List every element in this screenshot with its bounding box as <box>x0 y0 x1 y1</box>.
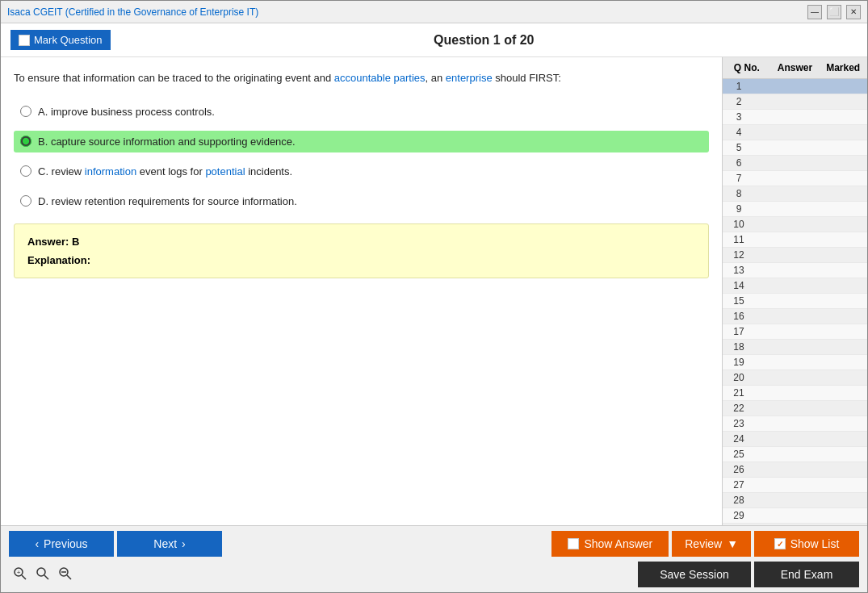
side-panel-row[interactable]: 11 <box>723 232 867 248</box>
side-panel-row[interactable]: 28 <box>723 493 867 508</box>
side-panel-row[interactable]: 27 <box>723 478 867 493</box>
side-panel-row[interactable]: 25 <box>723 447 867 462</box>
radio-b[interactable] <box>20 136 31 147</box>
option-b[interactable]: B. capture source information and suppor… <box>14 131 709 152</box>
row-qno: 3 <box>723 111 755 123</box>
side-panel-row[interactable]: 1 <box>723 79 867 94</box>
row-marked <box>811 111 868 123</box>
side-panel-row[interactable]: 17 <box>723 324 867 340</box>
row-qno: 1 <box>723 80 755 93</box>
side-panel-row[interactable]: 22 <box>723 401 867 416</box>
svg-line-1 <box>22 575 26 579</box>
row-answer <box>755 402 811 415</box>
show-list-checkbox-icon <box>774 538 786 549</box>
close-button[interactable]: ✕ <box>846 5 861 19</box>
option-c[interactable]: C. review information event logs for pot… <box>14 161 709 182</box>
row-qno: 5 <box>723 141 755 154</box>
row-qno: 21 <box>723 386 755 399</box>
prev-chevron-icon: ‹ <box>35 537 39 550</box>
row-marked <box>811 172 868 185</box>
review-dropdown-icon: ▼ <box>727 537 738 550</box>
mark-question-button[interactable]: Mark Question <box>10 30 111 50</box>
restore-button[interactable]: ⬜ <box>827 5 841 19</box>
previous-label: Previous <box>44 537 87 550</box>
side-panel-row[interactable]: 21 <box>723 386 867 401</box>
option-d-label: D. review retention requirements for sou… <box>38 195 297 207</box>
side-panel-row[interactable]: 7 <box>723 171 867 186</box>
row-qno: 10 <box>723 218 755 231</box>
row-answer <box>755 432 811 445</box>
side-panel-row[interactable]: 12 <box>723 248 867 263</box>
zoom-out-button[interactable] <box>54 564 75 585</box>
side-panel-row[interactable]: 6 <box>723 156 867 171</box>
row-marked <box>811 325 868 338</box>
row-qno: 6 <box>723 157 755 169</box>
radio-c[interactable] <box>20 165 31 177</box>
row-qno: 7 <box>723 172 755 185</box>
side-panel-row[interactable]: 18 <box>723 340 867 355</box>
bottom-row2: + Save Session End Exam <box>9 562 859 587</box>
side-panel-row[interactable]: 14 <box>723 278 867 294</box>
zoom-in-button[interactable]: + <box>9 564 30 585</box>
row-answer <box>755 126 811 139</box>
row-answer <box>755 340 811 353</box>
row-answer <box>755 417 811 430</box>
side-panel-row[interactable]: 3 <box>723 110 867 125</box>
row-qno: 26 <box>723 463 755 476</box>
side-panel-row[interactable]: 19 <box>723 355 867 370</box>
review-button[interactable]: Review ▼ <box>672 531 751 557</box>
svg-line-6 <box>67 575 71 579</box>
row-answer <box>755 463 811 476</box>
header-answer: Answer <box>771 61 820 75</box>
header-marked: Marked <box>819 61 867 75</box>
side-panel-row[interactable]: 2 <box>723 94 867 110</box>
answer-line: Answer: B <box>27 236 695 248</box>
radio-a[interactable] <box>20 106 31 117</box>
row-answer <box>755 248 811 261</box>
row-qno: 12 <box>723 248 755 261</box>
row-marked <box>811 233 868 246</box>
side-panel-row[interactable]: 10 <box>723 217 867 232</box>
show-answer-button[interactable]: Show Answer <box>551 531 669 557</box>
side-panel-row[interactable]: 24 <box>723 432 867 447</box>
zoom-fit-button[interactable] <box>31 564 52 585</box>
row-answer <box>755 264 811 277</box>
row-marked <box>811 448 868 461</box>
side-panel-row[interactable]: 13 <box>723 263 867 278</box>
show-list-button[interactable]: Show List <box>754 531 859 557</box>
side-panel-row[interactable]: 4 <box>723 125 867 140</box>
row-answer <box>755 494 811 507</box>
session-exam-controls: Save Session End Exam <box>638 562 859 587</box>
end-exam-button[interactable]: End Exam <box>754 562 859 587</box>
side-panel-row[interactable]: 16 <box>723 309 867 324</box>
row-marked <box>811 264 868 277</box>
side-panel-row[interactable]: 20 <box>723 370 867 386</box>
row-answer <box>755 310 811 323</box>
side-panel-row[interactable]: 9 <box>723 202 867 217</box>
end-exam-label: End Exam <box>781 568 833 581</box>
row-marked <box>811 432 868 445</box>
window-title: Isaca CGEIT (Certified in the Governance… <box>7 6 258 18</box>
zoom-controls: + <box>9 564 75 585</box>
option-a[interactable]: A. improve business process controls. <box>14 101 709 123</box>
previous-button[interactable]: ‹ Previous <box>9 531 114 557</box>
radio-d[interactable] <box>20 195 31 207</box>
row-answer <box>755 448 811 461</box>
side-panel-row[interactable]: 23 <box>723 416 867 432</box>
show-answer-label: Show Answer <box>584 537 652 550</box>
row-qno: 28 <box>723 494 755 507</box>
minimize-button[interactable]: — <box>807 5 822 19</box>
side-panel-row[interactable]: 8 <box>723 186 867 202</box>
save-session-button[interactable]: Save Session <box>638 562 751 587</box>
side-panel-row[interactable]: 15 <box>723 294 867 309</box>
main-content: To ensure that information can be traced… <box>1 57 867 525</box>
next-button[interactable]: Next › <box>117 531 222 557</box>
option-d[interactable]: D. review retention requirements for sou… <box>14 190 709 212</box>
question-title: Question 1 of 20 <box>111 33 858 48</box>
side-panel-row[interactable]: 26 <box>723 462 867 478</box>
side-panel-row[interactable]: 5 <box>723 140 867 156</box>
row-qno: 9 <box>723 203 755 215</box>
side-panel-row[interactable]: 29 <box>723 508 867 524</box>
row-marked <box>811 141 868 154</box>
row-marked <box>811 95 868 108</box>
